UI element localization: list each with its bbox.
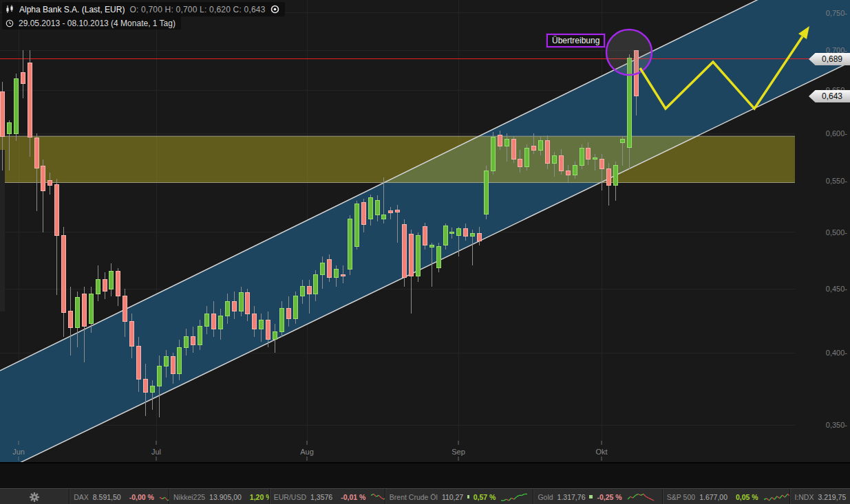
candle-up (525, 148, 529, 166)
sparkline-segment (769, 497, 772, 501)
candle-up (75, 298, 79, 328)
candlestick-chart-canvas[interactable]: 0,750-0,700-0,650-0,600-0,550-0,500-0,45… (0, 0, 850, 462)
x-axis-label: Okt (595, 448, 607, 456)
sparkline-segment (643, 494, 646, 496)
sparkline (763, 492, 790, 502)
sparkline-segment (374, 494, 376, 496)
candle-up (184, 337, 189, 347)
price-badge-0689: 0,689 (809, 53, 850, 65)
candle-down (403, 225, 407, 277)
candle-up (457, 229, 461, 235)
sparkline-segment (512, 498, 515, 499)
x-axis-label: Sep (451, 448, 465, 456)
x-axis-label: Jul (151, 448, 161, 456)
sparkline-segment (630, 496, 633, 498)
x-axis-label: Aug (300, 448, 314, 456)
candle-down (559, 155, 563, 171)
candle-up (491, 137, 495, 171)
sparkline-segment (764, 498, 767, 499)
candle-down (410, 234, 414, 276)
candle-up (539, 141, 543, 150)
ticker-settings-button[interactable] (0, 489, 69, 504)
candle-down (566, 171, 570, 175)
candle-down (518, 160, 522, 167)
candle-up (614, 165, 618, 186)
sparkline-segment (651, 499, 654, 501)
ticker-item-gold[interactable]: Gold 1.317,76 -0,25 % (533, 489, 661, 504)
candle-up (225, 301, 229, 316)
candle-down (137, 346, 141, 379)
uebertreibung-annotation-label[interactable]: Übertreibung (546, 34, 605, 47)
sparkline-segment (767, 498, 769, 500)
status-square (467, 495, 469, 498)
candle-down (396, 210, 400, 212)
candle-up (368, 197, 372, 219)
candle-up (429, 245, 434, 248)
candle-up (314, 275, 318, 294)
candle-up (205, 314, 209, 327)
sparkline-segment (782, 495, 785, 497)
sparkline-segment (772, 497, 774, 499)
instrument-title: Alpha Bank S.A. (Last, EUR) (19, 5, 125, 14)
candle-down (607, 169, 611, 186)
candle-up (157, 366, 161, 386)
sparkline-segment (522, 494, 525, 495)
sparkline-segment (780, 495, 783, 498)
y-axis-label: 0,600- (826, 129, 848, 138)
sparkline-segment (376, 495, 379, 496)
sparkline-segment (379, 495, 382, 498)
candle-down (69, 311, 73, 328)
sparkline-segment (633, 495, 635, 498)
sparkline (158, 492, 169, 502)
candle-up (96, 280, 100, 294)
candle-down (586, 148, 591, 159)
candle-down (55, 184, 59, 235)
candle-up (450, 232, 454, 234)
date-range-row: 29.05.2013 - 08.10.2013 (4 Monate, 1 Tag… (2, 17, 181, 30)
candle-down (361, 203, 365, 225)
candle-up (178, 347, 182, 373)
sparkline-segment (382, 498, 385, 499)
bottom-spacer (0, 462, 850, 490)
candle-down (464, 229, 468, 237)
sparkline-segment (646, 496, 648, 498)
candle-up (300, 287, 304, 296)
sparkline-segment (641, 494, 644, 495)
ticker-item-dax[interactable]: DAX 8.591,50 -0,00 % (69, 489, 169, 504)
y-axis-label: 0,350- (826, 421, 848, 429)
candle-up (573, 165, 577, 175)
candle-up (471, 233, 475, 237)
target-icon[interactable] (270, 5, 279, 14)
chart-application: 0,750-0,700-0,650-0,600-0,550-0,500-0,45… (0, 0, 850, 504)
candle-down (328, 260, 332, 277)
ticker-item-nikkei225[interactable]: Nikkei225 13.905,00 1,20 % (169, 489, 269, 504)
candle-down (123, 296, 127, 321)
candle-up (552, 155, 556, 163)
candle-down (341, 275, 346, 276)
candle-up (416, 235, 420, 276)
candle-up (218, 316, 222, 329)
ticker-item-eurusd[interactable]: EUR/USD 1,3576 -0,01 % (269, 489, 385, 504)
candle-down (103, 280, 107, 292)
sparkline-segment (648, 498, 651, 499)
candle-down (48, 181, 52, 186)
gear-icon (29, 492, 40, 503)
candle-down (511, 139, 516, 160)
candle-up (443, 226, 447, 245)
candle-down (28, 63, 32, 137)
candle-down (307, 287, 311, 294)
sparkline-segment (162, 497, 165, 498)
y-axis-label: 0,500- (826, 228, 848, 237)
candle-up (89, 294, 93, 323)
ticker-item-sp500[interactable]: S&P 500 1.677,00 0,05 % (662, 489, 790, 504)
annotation-circle[interactable] (606, 30, 652, 75)
date-range-label: 29.05.2013 - 08.10.2013 (4 Monate, 1 Tag… (19, 19, 176, 28)
candle-down (82, 294, 86, 326)
sparkline-segment (371, 494, 374, 495)
sparkline-segment (514, 496, 517, 499)
candle-up (14, 79, 18, 134)
ticker-item-indx[interactable]: I:NDX 3.219,75 (789, 489, 850, 504)
ticker-item-brent[interactable]: Brent Crude Öl 110,27 0,57 % (385, 489, 533, 504)
candle-down (1, 92, 5, 136)
candle-up (484, 171, 488, 214)
